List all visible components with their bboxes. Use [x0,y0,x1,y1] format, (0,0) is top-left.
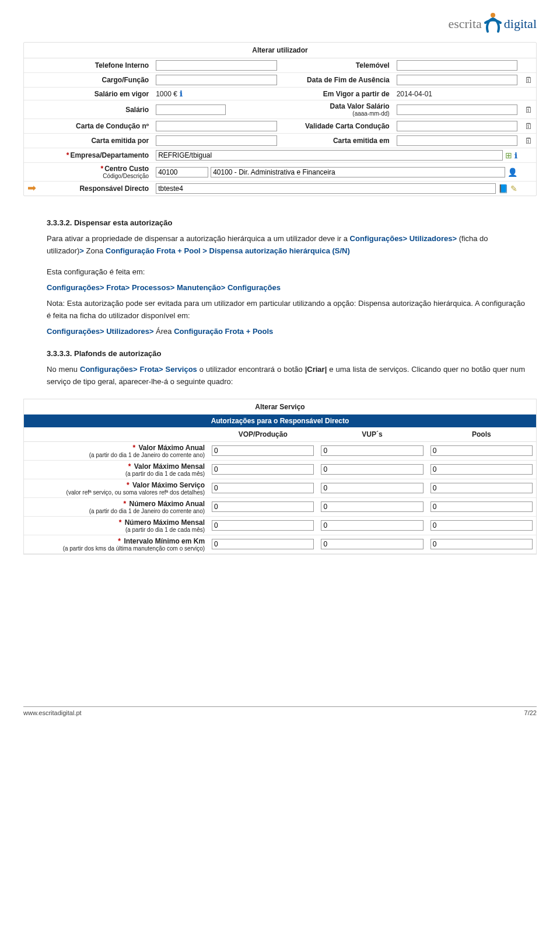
paragraph: Para ativar a propriedade de dispensar a… [47,233,525,257]
telemovel-input[interactable] [397,60,517,71]
logo-icon [483,12,503,36]
service-value-input[interactable] [212,520,314,531]
service-row: * Número Máximo Mensal(a partir do dia 1… [24,516,536,535]
responsavel-label: Responsável Directo [40,182,152,196]
validade-carta-label: Validade Carta Condução [281,119,393,134]
form-title: Alterar utilizador [24,43,536,58]
service-row-label: * Intervalo Mínimo em Km(a partir dos km… [24,535,208,553]
cargo-input[interactable] [156,75,276,85]
arrow-icon: ➡ [27,182,36,194]
service-value-input[interactable] [430,445,533,456]
calendar-icon[interactable]: 🗓 [524,136,533,145]
service-form: Alterar Serviço Autorizações para o Resp… [23,399,537,555]
validade-carta-input[interactable] [397,121,517,131]
tel-int-input[interactable] [156,60,276,71]
responsavel-input[interactable] [156,183,496,194]
service-value-input[interactable] [212,445,314,456]
col-header: VOP/Produção [208,427,317,442]
service-value-input[interactable] [321,520,423,531]
service-row-label: * Valor Máximo Serviço(valor refª serviç… [24,479,208,497]
tree-icon[interactable]: ⊞ [505,151,512,160]
config-path: Configurações> Utilizadores> Área Config… [47,326,525,338]
carta-emitida-em-label: Carta emitida em [281,134,393,148]
service-row: * Valor Máximo Serviço(valor refª serviç… [24,479,536,497]
section-heading: 3.3.3.3. Plafonds de autorização [47,348,525,360]
logo-text-1: escrita [448,16,481,32]
section-heading: 3.3.3.2. Dispensar esta autorização [47,217,525,229]
service-value-input[interactable] [430,464,533,475]
service-row: * Número Máximo Anual(a partir do dia 1 … [24,497,536,516]
centro-desc-input[interactable] [211,167,505,177]
calendar-icon[interactable]: 🗓 [524,105,533,114]
service-row: * Valor Máximo Mensal(a partir do dia 1 … [24,460,536,479]
col-header: VUP´s [317,427,426,442]
carta-emitida-por-input[interactable] [156,135,276,146]
carta-emitida-por-label: Carta emitida por [40,134,152,148]
service-title: Alterar Serviço [24,399,536,414]
service-value-input[interactable] [321,501,423,512]
telemovel-label: Telemóvel [281,58,393,73]
calendar-icon[interactable]: 🗓 [524,75,533,85]
salario-input[interactable] [156,104,226,115]
em-vigor-label: Em Vigor a partir de [281,88,393,100]
service-value-input[interactable] [321,464,423,475]
service-value-input[interactable] [212,539,314,549]
service-value-input[interactable] [430,483,533,493]
svg-point-0 [491,13,495,18]
data-valor-input[interactable] [397,104,517,115]
book-icon[interactable]: 📘 [498,184,508,193]
service-header-row: VOP/Produção VUP´s Pools [24,427,536,442]
paragraph: Nota: Esta autorização pode ser evitada … [47,298,525,322]
tel-int-label: Telefone Interno [40,58,152,73]
empresa-input[interactable] [156,150,503,161]
centro-label: *Centro Custo Código/Descrição [40,163,152,182]
carta-emitida-em-input[interactable] [397,135,517,146]
service-row-label: * Valor Máximo Anual(a partir do dia 1 d… [24,441,208,460]
service-value-input[interactable] [321,445,423,456]
col-header: Pools [427,427,536,442]
info-icon[interactable]: ℹ [514,151,517,160]
em-vigor-value: 2014-04-01 [397,90,432,98]
lookup-icon[interactable]: 👤 [508,168,517,177]
info-icon[interactable]: ℹ [180,89,183,98]
salario-vigor-value: 1000 € [156,90,177,98]
empresa-label: *Empresa/Departamento [40,148,152,163]
service-value-input[interactable] [430,501,533,512]
service-subtitle: Autorizações para o Responsável Directo [24,414,536,427]
pencil-icon[interactable]: ✎ [510,184,517,193]
fim-ausencia-label: Data de Fim de Ausência [281,73,393,88]
paragraph: No menu Configurações> Frota> Serviços o… [47,364,525,388]
service-row: * Valor Máximo Anual(a partir do dia 1 d… [24,441,536,460]
service-value-input[interactable] [430,520,533,531]
footer-page: 7/22 [524,709,537,716]
salario-label: Salário [40,100,152,119]
cargo-label: Cargo/Função [40,73,152,88]
service-value-input[interactable] [321,483,423,493]
service-row: * Intervalo Mínimo em Km(a partir dos km… [24,535,536,553]
config-path: Configurações> Frota> Processos> Manuten… [47,282,525,294]
carta-num-label: Carta de Condução nº [40,119,152,134]
logo: escrita digital [23,0,537,42]
paragraph: Esta configuração é feita em: [47,266,525,278]
service-row-label: * Número Máximo Anual(a partir do dia 1 … [24,497,208,516]
footer-url: www.escritadigital.pt [23,709,82,716]
document-body: 3.3.3.2. Dispensar esta autorização Para… [23,196,537,388]
carta-num-input[interactable] [156,121,276,131]
service-value-input[interactable] [321,539,423,549]
centro-code-input[interactable] [156,167,208,177]
salario-vigor-label: Salário em vigor [40,88,152,100]
fim-ausencia-input[interactable] [397,75,517,85]
service-row-label: * Valor Máximo Mensal(a partir do dia 1 … [24,460,208,479]
page-footer: www.escritadigital.pt 7/22 [23,706,537,716]
service-value-input[interactable] [212,464,314,475]
data-valor-label: Data Valor Salário (aaaa-mm-dd) [281,100,393,119]
calendar-icon[interactable]: 🗓 [524,121,533,131]
user-form: Alterar utilizador Telefone Interno Tele… [23,42,537,196]
service-row-label: * Número Máximo Mensal(a partir do dia 1… [24,516,208,535]
service-value-input[interactable] [430,539,533,549]
service-value-input[interactable] [212,483,314,493]
service-value-input[interactable] [212,501,314,512]
logo-text-2: digital [504,16,537,32]
